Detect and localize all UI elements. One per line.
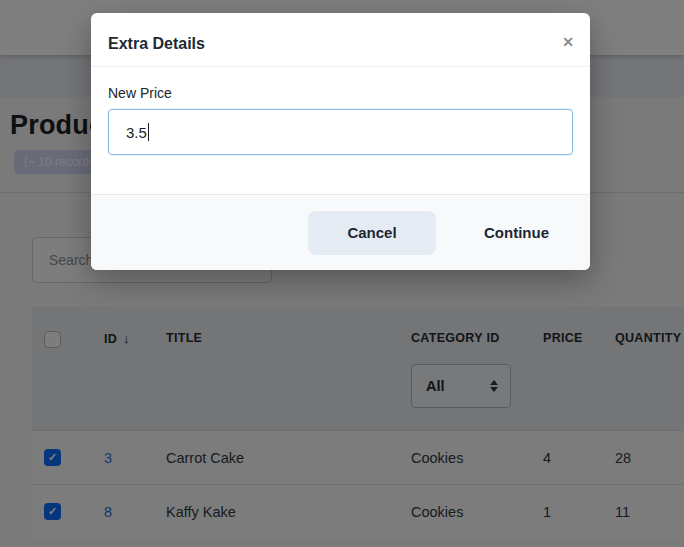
dialog-header: Extra Details ✕ xyxy=(91,13,590,67)
dialog-title: Extra Details xyxy=(108,35,573,53)
new-price-value: 3.5 xyxy=(126,124,147,141)
new-price-label: New Price xyxy=(108,85,573,101)
dialog-footer: Cancel Continue xyxy=(91,194,590,270)
cancel-button[interactable]: Cancel xyxy=(308,211,436,255)
new-price-input[interactable]: 3.5 xyxy=(108,109,573,155)
close-icon[interactable]: ✕ xyxy=(562,35,574,49)
dialog-body: New Price 3.5 xyxy=(91,67,590,155)
continue-button[interactable]: Continue xyxy=(460,211,573,255)
app-window: Products (~ 10 records) ID↓ xyxy=(0,0,684,547)
extra-details-dialog: Extra Details ✕ New Price 3.5 Cancel Con… xyxy=(91,13,590,270)
text-cursor xyxy=(148,123,149,141)
